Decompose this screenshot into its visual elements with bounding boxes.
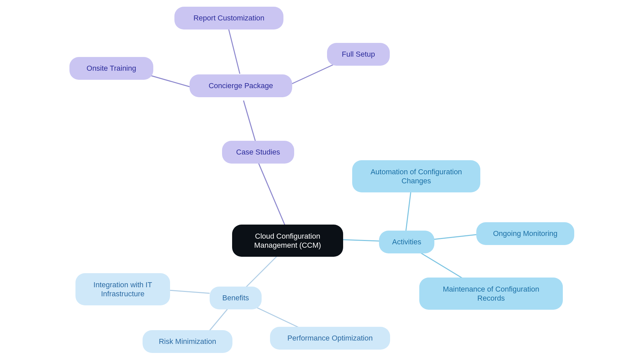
node-case-studies[interactable]: Case Studies [222,141,294,164]
svg-line-10 [164,290,210,293]
svg-line-9 [241,255,278,292]
node-concierge[interactable]: Concierge Package [190,74,292,97]
svg-line-0 [258,161,287,230]
node-full-setup[interactable]: Full Setup [327,43,390,66]
node-automation[interactable]: Automation of Configuration Changes [352,160,480,192]
node-root-label: Cloud Configuration Management (CCM) [241,232,334,250]
node-ongoing-monitoring-label: Ongoing Monitoring [493,229,557,238]
node-report-customization[interactable]: Report Customization [174,7,283,29]
svg-line-4 [292,64,335,84]
node-performance-optimization[interactable]: Performance Optimization [270,327,390,350]
svg-line-6 [406,191,411,231]
node-benefits[interactable]: Benefits [210,287,262,309]
node-integration-it[interactable]: Integration with IT Infrastructure [75,273,170,305]
node-maintenance-records-label: Maintenance of Configuration Records [429,285,553,303]
node-activities[interactable]: Activities [379,231,434,253]
node-onsite-training[interactable]: Onsite Training [69,57,153,80]
node-root[interactable]: Cloud Configuration Management (CCM) [232,225,343,257]
node-ongoing-monitoring[interactable]: Ongoing Monitoring [476,222,574,245]
node-performance-optimization-label: Performance Optimization [287,334,373,343]
node-report-customization-label: Report Customization [194,13,265,23]
svg-line-7 [431,235,476,240]
node-risk-minimization-label: Risk Minimization [159,337,216,346]
node-benefits-label: Benefits [222,293,249,303]
node-maintenance-records[interactable]: Maintenance of Configuration Records [419,278,563,310]
node-concierge-label: Concierge Package [209,81,273,90]
node-integration-it-label: Integration with IT Infrastructure [85,280,161,299]
node-full-setup-label: Full Setup [342,50,375,59]
node-automation-label: Automation of Configuration Changes [362,167,471,186]
node-risk-minimization[interactable]: Risk Minimization [143,330,232,353]
node-onsite-training-label: Onsite Training [87,64,136,73]
svg-line-2 [228,27,240,74]
node-activities-label: Activities [392,237,421,247]
node-case-studies-label: Case Studies [236,147,280,157]
mindmap-canvas: Cloud Configuration Management (CCM) Cas… [0,0,644,363]
svg-line-1 [244,101,256,144]
